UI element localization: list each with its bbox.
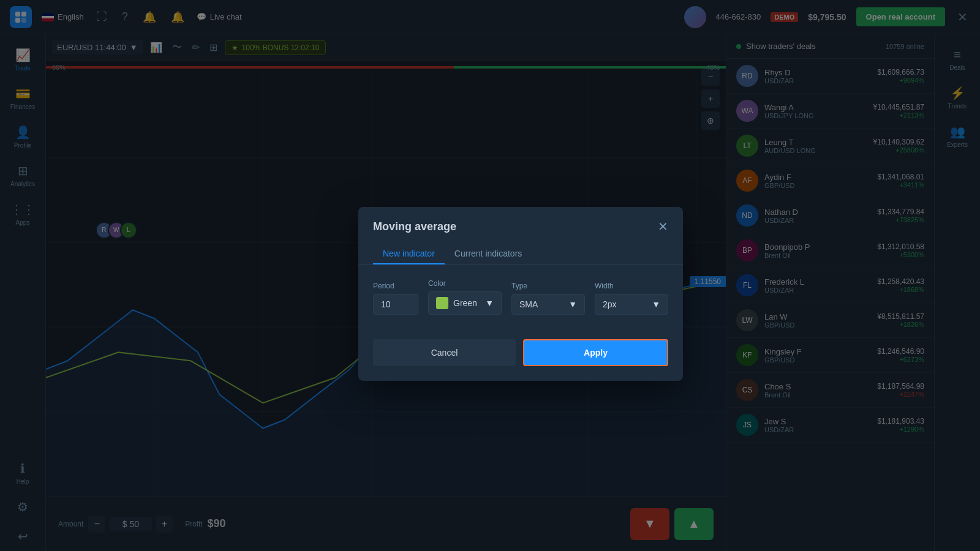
modal-tabs: New indicator Current indicators	[358, 234, 683, 264]
type-group: Type SMA ▼	[511, 282, 585, 315]
apply-button[interactable]: Apply	[523, 339, 668, 366]
width-select[interactable]: 2px ▼	[595, 294, 668, 315]
indicator-form-row: Period Color Green ▼ Type SMA ▼	[373, 279, 668, 315]
width-value: 2px	[603, 299, 617, 309]
type-dropdown-icon: ▼	[568, 299, 577, 309]
width-dropdown-icon: ▼	[652, 299, 660, 309]
width-group: Width 2px ▼	[595, 282, 668, 315]
modal-close-button[interactable]: ✕	[658, 219, 668, 234]
color-group: Color Green ▼	[428, 279, 502, 315]
width-label: Width	[595, 282, 668, 290]
type-select[interactable]: SMA ▼	[511, 294, 585, 315]
period-input[interactable]	[373, 294, 418, 315]
tab-current-indicators[interactable]: Current indicators	[445, 244, 532, 264]
moving-average-modal: Moving average ✕ New indicator Current i…	[358, 207, 683, 381]
period-label: Period	[373, 282, 418, 290]
color-select[interactable]: Green ▼	[428, 291, 502, 315]
color-value: Green	[453, 298, 477, 308]
type-value: SMA	[519, 299, 538, 309]
type-label: Type	[511, 282, 585, 290]
cancel-button[interactable]: Cancel	[373, 339, 516, 366]
color-dropdown-icon: ▼	[485, 298, 494, 308]
modal-footer: Cancel Apply	[358, 329, 683, 381]
color-swatch	[436, 297, 448, 309]
period-group: Period	[373, 282, 418, 315]
color-label: Color	[428, 279, 502, 288]
modal-overlay: Moving average ✕ New indicator Current i…	[0, 0, 980, 551]
modal-header: Moving average ✕	[358, 207, 683, 234]
modal-body: Period Color Green ▼ Type SMA ▼	[358, 264, 683, 329]
modal-title: Moving average	[373, 220, 456, 233]
tab-new-indicator[interactable]: New indicator	[373, 244, 445, 264]
